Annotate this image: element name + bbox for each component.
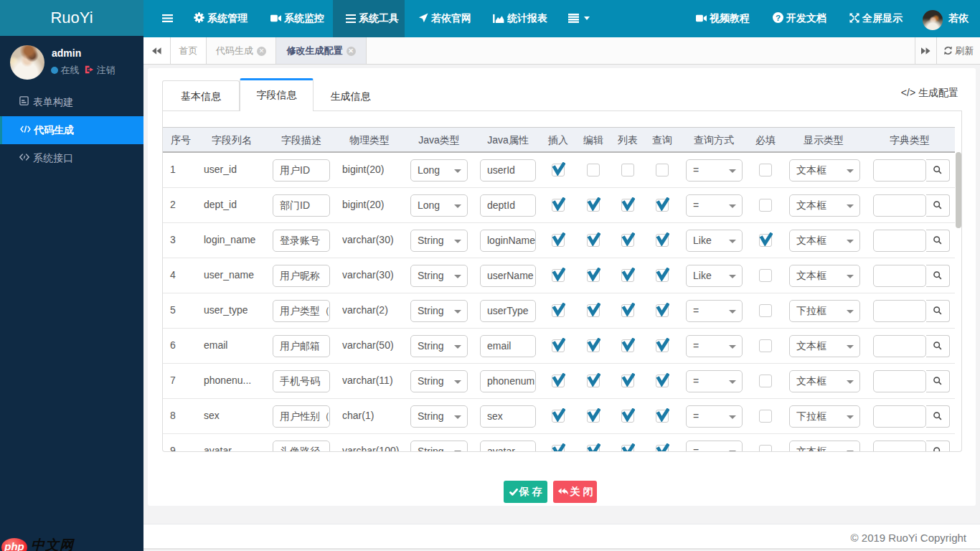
svg-text:?: ? <box>776 13 781 22</box>
